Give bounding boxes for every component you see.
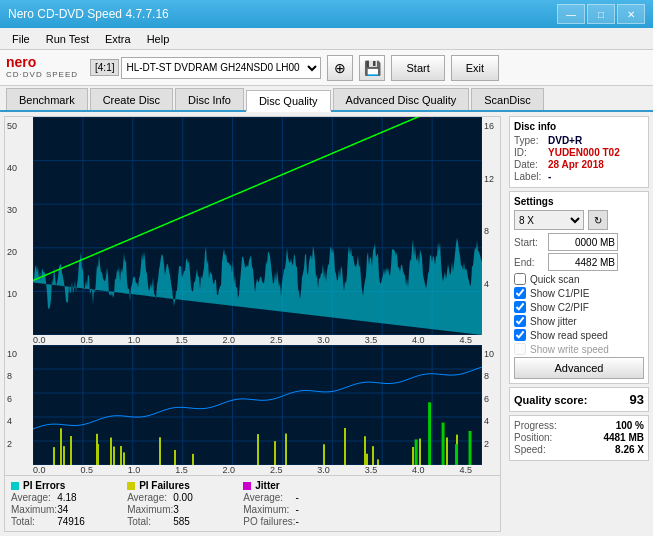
progress-label: Progress:: [514, 420, 557, 431]
pi-errors-max-value: 34: [57, 504, 107, 515]
pi-errors-max-label: Maximum:: [11, 504, 57, 515]
tab-bar: Benchmark Create Disc Disc Info Disc Qua…: [0, 86, 653, 112]
y-axis-right-top: 16 12 8 4: [482, 117, 500, 335]
menu-help[interactable]: Help: [139, 31, 178, 47]
settings-panel: Settings 8 X ↻ Start: End: Quick scan: [509, 191, 649, 384]
window-title: Nero CD-DVD Speed 4.7.7.16: [8, 7, 169, 21]
stats-bar: PI Errors Average: 4.18 Maximum: 34 Tota…: [5, 475, 500, 531]
start-input[interactable]: [548, 233, 618, 251]
nero-brand: nero: [6, 55, 78, 70]
show-write-speed-checkbox: [514, 343, 526, 355]
exit-button[interactable]: Exit: [451, 55, 499, 81]
window-controls: — □ ✕: [557, 4, 645, 24]
show-c1pie-label: Show C1/PIE: [530, 288, 589, 299]
pi-failures-avg-label: Average:: [127, 492, 167, 503]
jitter-max-value: -: [296, 504, 346, 515]
top-chart-container: 50 40 30 20 10 16 12 8 4: [5, 117, 500, 335]
show-jitter-label: Show jitter: [530, 316, 577, 327]
type-label: Type:: [514, 135, 544, 146]
minimize-button[interactable]: —: [557, 4, 585, 24]
y-axis-left-bottom: 10 8 6 4 2: [5, 345, 33, 465]
chart-area: 50 40 30 20 10 16 12 8 4 0.0 0.5 1.0 1.5: [4, 116, 501, 532]
tab-benchmark[interactable]: Benchmark: [6, 88, 88, 110]
refresh-button[interactable]: ↻: [588, 210, 608, 230]
pi-failures-stats: PI Failures Average: 0.00 Maximum: 3 Tot…: [127, 480, 223, 527]
close-button[interactable]: ✕: [617, 4, 645, 24]
advanced-button[interactable]: Advanced: [514, 357, 644, 379]
tab-scan-disc[interactable]: ScanDisc: [471, 88, 543, 110]
speed-select[interactable]: 8 X: [514, 210, 584, 230]
pi-failures-total-value: 585: [173, 516, 223, 527]
main-content: 50 40 30 20 10 16 12 8 4 0.0 0.5 1.0 1.5: [0, 112, 653, 536]
type-value: DVD+R: [548, 135, 582, 146]
maximize-button[interactable]: □: [587, 4, 615, 24]
show-write-speed-label: Show write speed: [530, 344, 609, 355]
show-c2pif-checkbox[interactable]: [514, 301, 526, 313]
x-axis-bottom: 0.0 0.5 1.0 1.5 2.0 2.5 3.0 3.5 4.0 4.5: [5, 465, 500, 475]
show-read-speed-checkbox[interactable]: [514, 329, 526, 341]
top-chart: [33, 117, 482, 335]
show-read-speed-label: Show read speed: [530, 330, 608, 341]
menu-file[interactable]: File: [4, 31, 38, 47]
quick-scan-label: Quick scan: [530, 274, 579, 285]
menu-run-test[interactable]: Run Test: [38, 31, 97, 47]
progress-value: 100 %: [616, 420, 644, 431]
pi-errors-label: PI Errors: [23, 480, 65, 491]
tab-disc-quality[interactable]: Disc Quality: [246, 90, 331, 112]
tab-disc-info[interactable]: Disc Info: [175, 88, 244, 110]
menu-bar: File Run Test Extra Help: [0, 28, 653, 50]
pi-errors-dot: [11, 482, 19, 490]
show-jitter-checkbox[interactable]: [514, 315, 526, 327]
quality-panel: Quality score: 93: [509, 387, 649, 412]
end-input[interactable]: [548, 253, 618, 271]
tab-create-disc[interactable]: Create Disc: [90, 88, 173, 110]
save-icon-button[interactable]: 💾: [359, 55, 385, 81]
drive-selector: [4:1] HL-DT-ST DVDRAM GH24NSD0 LH00: [90, 57, 321, 79]
speed-value: 8.26 X: [615, 444, 644, 455]
pi-failures-max-label: Maximum:: [127, 504, 173, 515]
drive-select[interactable]: HL-DT-ST DVDRAM GH24NSD0 LH00: [121, 57, 321, 79]
tab-advanced-disc-quality[interactable]: Advanced Disc Quality: [333, 88, 470, 110]
start-button[interactable]: Start: [391, 55, 444, 81]
jitter-stats: Jitter Average: - Maximum: - PO failures…: [243, 480, 345, 527]
id-value: YUDEN000 T02: [548, 147, 620, 158]
pi-failures-avg-value: 0.00: [173, 492, 223, 503]
settings-title: Settings: [514, 196, 644, 207]
jitter-max-label: Maximum:: [243, 504, 289, 515]
jitter-avg-label: Average:: [243, 492, 283, 503]
quality-score-value: 93: [630, 392, 644, 407]
date-label: Date:: [514, 159, 544, 170]
id-label: ID:: [514, 147, 544, 158]
position-value: 4481 MB: [603, 432, 644, 443]
quick-scan-checkbox[interactable]: [514, 273, 526, 285]
bottom-chart-container: 10 8 6 4 2 10 8 6 4 2: [5, 345, 500, 465]
bottom-chart: [33, 345, 482, 465]
drive-label: [4:1]: [90, 59, 119, 76]
title-bar: Nero CD-DVD Speed 4.7.7.16 — □ ✕: [0, 0, 653, 28]
menu-extra[interactable]: Extra: [97, 31, 139, 47]
jitter-dot: [243, 482, 251, 490]
nero-logo: nero CD·DVD SPEED: [6, 55, 78, 79]
pi-failures-max-value: 3: [173, 504, 223, 515]
show-c1pie-checkbox[interactable]: [514, 287, 526, 299]
pi-errors-total-value: 74916: [57, 516, 107, 527]
side-panel: Disc info Type: DVD+R ID: YUDEN000 T02 D…: [505, 112, 653, 536]
po-failures-value: -: [296, 516, 346, 527]
end-label: End:: [514, 257, 544, 268]
disc-label-label: Label:: [514, 171, 544, 182]
y-axis-left-top: 50 40 30 20 10: [5, 117, 33, 335]
disc-label-value: -: [548, 171, 551, 182]
y-axis-right-bottom: 10 8 6 4 2: [482, 345, 500, 465]
start-label: Start:: [514, 237, 544, 248]
pi-failures-dot: [127, 482, 135, 490]
cdspeed-brand: CD·DVD SPEED: [6, 71, 78, 80]
target-icon-button[interactable]: ⊕: [327, 55, 353, 81]
jitter-label: Jitter: [255, 480, 279, 491]
show-c2pif-label: Show C2/PIF: [530, 302, 589, 313]
pi-errors-avg-value: 4.18: [57, 492, 107, 503]
quality-score-label: Quality score:: [514, 394, 587, 406]
pi-errors-stats: PI Errors Average: 4.18 Maximum: 34 Tota…: [11, 480, 107, 527]
pi-errors-avg-label: Average:: [11, 492, 51, 503]
x-axis-top: 0.0 0.5 1.0 1.5 2.0 2.5 3.0 3.5 4.0 4.5: [5, 335, 500, 345]
disc-info-title: Disc info: [514, 121, 644, 132]
